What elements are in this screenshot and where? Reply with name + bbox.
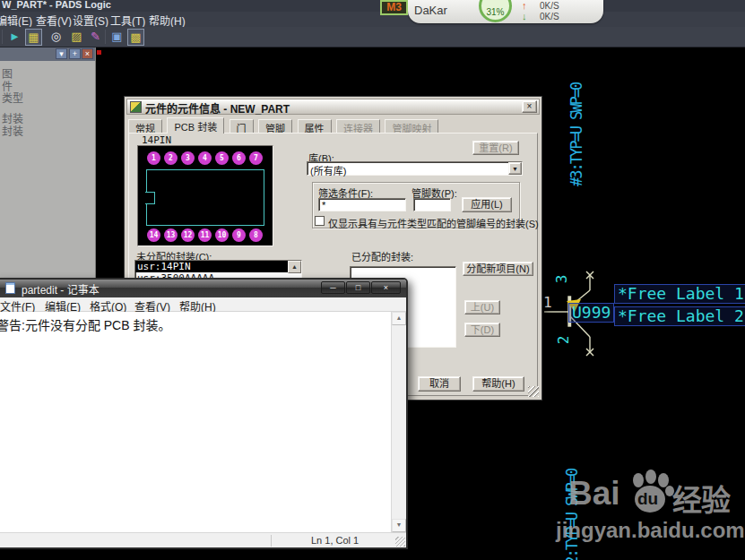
tree-item-type[interactable]: 类型 — [2, 90, 23, 105]
notepad-statusbar: Ln 1, Col 1 — [0, 532, 406, 547]
tab-gates[interactable]: 门 — [230, 119, 254, 134]
apply-button[interactable]: 应用(L) — [462, 197, 512, 212]
monitor-percent: 31% — [481, 7, 509, 17]
toolbar-separator — [2, 30, 3, 44]
chevron-down-icon[interactable]: ▼ — [508, 162, 522, 175]
app-menubar: 编辑(E) 查看(V) 设置(S) 工具(T) 帮助(H) — [0, 12, 745, 27]
close-icon[interactable]: × — [522, 100, 537, 113]
library-icon[interactable]: ▨ — [68, 29, 85, 46]
dialog-titlebar[interactable]: 元件的元件信息 - NEW_PART × — [126, 99, 540, 115]
pad-7: 7 — [249, 151, 263, 165]
pad-14: 14 — [147, 228, 160, 242]
close-icon[interactable]: × — [371, 281, 401, 294]
menu-tools[interactable]: 工具(T) — [110, 13, 145, 28]
pin-number-2[interactable]: 2 — [555, 336, 572, 345]
watermark-bai-text: Bai — [568, 475, 620, 513]
panel-header: ▾ + × — [0, 47, 95, 61]
zoom-icon[interactable]: ◎ — [48, 29, 65, 46]
tab-general[interactable]: 常规 — [128, 119, 162, 134]
watermark-jingyan-text: 经验 — [672, 477, 730, 520]
watermark-du-text: du — [637, 489, 658, 509]
cancel-button[interactable]: 取消 — [418, 376, 461, 392]
list-item[interactable]: usr:14PIN — [135, 261, 301, 272]
project-explorer-panel: ▾ + × 图 件 类型 封装 封装 — [0, 47, 96, 281]
minimize-icon[interactable]: ─ — [321, 281, 345, 294]
maximize-icon[interactable]: □ — [346, 281, 370, 294]
free-label-2[interactable]: *Free Label 2 — [614, 306, 745, 326]
notepad-icon — [5, 282, 15, 294]
assign-new-button[interactable]: 分配新项目(N) — [463, 262, 533, 276]
menu-edit[interactable]: 编辑(E) — [0, 13, 32, 28]
screen: #3:TYP=U SWP=0 #2:TYP=U SWP=0 1 3 2 U999… — [0, 0, 745, 560]
resize-grip[interactable] — [395, 537, 405, 547]
upload-rate: 0K/S — [540, 1, 559, 11]
tab-pcb-decals[interactable]: PCB 封装 — [167, 117, 224, 134]
tree-item-decal-2[interactable]: 封装 — [2, 123, 23, 138]
pad-5: 5 — [215, 151, 229, 165]
run-icon[interactable]: ► — [6, 29, 23, 46]
free-label-1[interactable]: *Free Label 1 — [614, 284, 745, 304]
notepad-menubar: 文件(F) 编辑(E) 格式(O) 查看(V) 帮助(H) — [0, 297, 406, 312]
app-toolbar: ► ▦ ◎ ▨ ✎ ▣ ▩ — [0, 27, 745, 47]
pin-number-3[interactable]: 3 — [553, 275, 570, 284]
dialog-tab-strip: 常规 PCB 封装 门 管脚 属性 连接器 管脚映射 — [128, 117, 439, 134]
tab-connector[interactable]: 连接器 — [336, 119, 380, 134]
pad-11: 11 — [198, 228, 212, 242]
menu-help[interactable]: 帮助(H) — [149, 13, 186, 28]
pad-8: 8 — [249, 228, 263, 242]
vertical-scrollbar[interactable]: ▲ ▼ — [391, 312, 406, 532]
watermark-url: jingyan.baidu.com — [556, 518, 745, 543]
pin-count-input[interactable] — [413, 198, 451, 211]
decal-outline — [146, 169, 264, 226]
resize-grip[interactable] — [528, 386, 539, 397]
match-pin-numbers-checkbox[interactable] — [315, 216, 325, 226]
chevron-down-icon[interactable]: ▾ — [56, 48, 67, 59]
pin-attr-label-top[interactable]: #3:TYP=U SWP=0 — [567, 50, 585, 186]
notepad-title: partedit - 记事本 — [22, 281, 100, 297]
decal-editor-icon[interactable]: ✎ — [87, 29, 104, 46]
pad-4: 4 — [198, 151, 212, 165]
sheet-icon[interactable]: ▣ — [108, 29, 126, 46]
app-titlebar[interactable]: W_PART* - PADS Logic — [0, 0, 745, 12]
notepad-text-area[interactable]: 警告:元件没有分配 PCB 封装。 — [0, 312, 391, 532]
library-combobox[interactable]: (所有库) ▼ — [307, 161, 523, 176]
ref-designator[interactable]: U999 — [568, 303, 614, 323]
pad-2: 2 — [164, 151, 178, 165]
monitor-user: DaKar — [414, 4, 447, 17]
pad-12: 12 — [181, 228, 195, 242]
decal-notch — [145, 192, 155, 204]
part-editor-icon[interactable]: ▦ — [25, 29, 42, 46]
decal-preview: 1 2 3 4 5 6 7 14 13 12 11 10 9 8 — [137, 145, 273, 246]
upload-arrow-icon: ↑ — [522, 0, 527, 11]
tab-pins[interactable]: 管脚 — [258, 119, 292, 134]
pin-icon[interactable]: + — [69, 48, 81, 59]
app-title: W_PART* - PADS Logic — [2, 0, 111, 10]
toolbar-separator — [105, 30, 106, 44]
menu-setup[interactable]: 设置(S) — [73, 13, 108, 28]
pad-6: 6 — [232, 151, 246, 165]
notepad-warning-text: 警告:元件没有分配 PCB 封装。 — [0, 315, 170, 333]
scroll-up-icon[interactable]: ▲ — [392, 312, 406, 325]
move-up-button[interactable]: 上(U) — [464, 300, 500, 314]
help-button[interactable]: 帮助(H) — [472, 376, 524, 392]
notepad-titlebar[interactable]: partedit - 记事本 ─ □ × — [0, 280, 406, 297]
pin-number-1[interactable]: 1 — [543, 294, 552, 311]
close-icon[interactable]: × — [82, 48, 93, 59]
monitor-badge: M3 — [380, 0, 408, 15]
pads-logo-icon — [130, 101, 142, 113]
status-divider — [271, 535, 272, 547]
download-arrow-icon: ↓ — [522, 11, 527, 22]
menu-view[interactable]: 查看(V) — [36, 13, 72, 28]
pad-3: 3 — [181, 151, 195, 165]
cam-preview-icon[interactable]: ▩ — [127, 29, 144, 46]
filter-condition-input[interactable]: * — [318, 198, 406, 211]
tab-attributes[interactable]: 属性 — [298, 119, 332, 134]
scroll-up-icon[interactable]: ▲ — [288, 261, 301, 273]
move-down-button[interactable]: 下(D) — [464, 323, 500, 337]
pad-10: 10 — [215, 228, 229, 242]
reset-button[interactable]: 重置(R) — [472, 141, 519, 155]
recorder-monitor-widget: M3 DaKar 31% ↑ 0K/S ↓ 0K/S — [380, 0, 613, 30]
library-value: (所有库) — [310, 163, 346, 177]
tab-pin-mapping[interactable]: 管脚映射 — [385, 119, 438, 134]
scroll-down-icon[interactable]: ▼ — [392, 519, 406, 532]
